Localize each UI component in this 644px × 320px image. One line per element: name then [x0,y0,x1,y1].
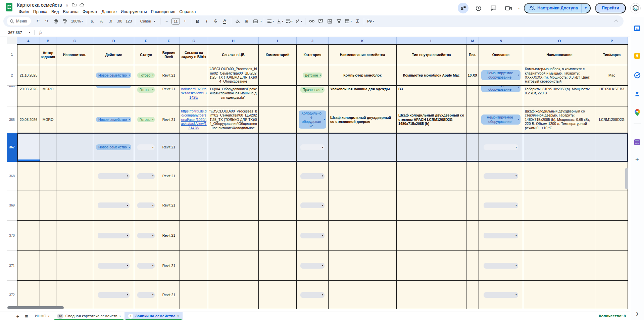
cell-C371[interactable] [56,251,93,281]
cell-I367[interactable] [259,133,297,162]
cell-B372[interactable] [40,281,56,309]
spreadsheet-grid[interactable]: ABCDEFGHIJKLMNOP1Автор заданияИсполнител… [0,37,630,312]
cell-N369[interactable]: ▾ [479,190,523,221]
column-header-D[interactable]: D [93,37,134,44]
cell-B367[interactable] [40,133,56,162]
cell-J371[interactable]: ▾ [297,251,329,281]
cell-G365[interactable]: nal/user/1020/tasks/task/view/131428/ [180,86,208,106]
collaborator-activity-icon[interactable] [458,3,468,13]
dropdown-chip[interactable]: ▾ [484,144,518,150]
paint-format-button[interactable] [61,17,69,26]
cell-C365[interactable] [56,86,93,106]
cell-H1[interactable]: Ссылка в ЦБ [208,44,259,65]
table-views-button[interactable]: ▾ [344,17,353,26]
zoom-select[interactable]: 100%▾ [70,17,84,26]
cell-N366[interactable]: Немонтируемое оборудование▾ [479,106,523,133]
cell-B366[interactable]: MGRO [40,106,56,133]
cell-H2[interactable]: \\DSCLOUD\00_Processes_bim\02_Семейства\… [208,65,259,86]
decrease-decimals-button[interactable]: .0 [106,17,115,26]
cell-P371[interactable] [596,251,628,281]
cell-A366[interactable]: 20.03.2026 [17,106,40,133]
tab-menu-icon[interactable]: ▾ [119,315,121,318]
cell-I369[interactable] [259,190,297,221]
column-header-A[interactable]: A [17,37,40,44]
cell-G368[interactable] [180,162,208,190]
cell-F2[interactable]: Revit 21 [158,65,180,86]
cell-I1[interactable]: Комментарий [259,44,297,65]
dropdown-chip[interactable]: Немонтируемое оборудование▾ [481,86,521,92]
cell-L368[interactable] [397,162,466,190]
cell-H372[interactable] [208,281,259,309]
comments-icon[interactable] [488,3,499,13]
filter-button[interactable] [335,17,343,26]
sheet-tab-info[interactable]: ИНФО▾ [31,312,53,320]
row-header-366[interactable]: 366 [7,106,17,133]
cell-O2[interactable]: Компьютер-моноблок, в комплекте с клавиа… [523,65,596,86]
cell-D2[interactable]: Новое семейство▾ [93,65,134,86]
dropdown-chip[interactable]: ▾ [137,202,155,208]
dropdown-chip[interactable]: Новое семейство▾ [96,144,131,150]
account-avatar[interactable] [630,3,641,13]
row-header-367[interactable]: 367 [7,133,17,162]
cell-H368[interactable] [208,162,259,190]
cell-link[interactable]: nal/user/1020/tasks/task/view/131428/ [181,87,207,99]
cell-L367[interactable] [397,133,466,162]
dropdown-chip[interactable]: ▾ [484,292,518,298]
cell-M371[interactable] [466,251,479,281]
cell-B368[interactable] [40,162,56,190]
move-folder-icon[interactable] [72,3,77,7]
font-size-input[interactable]: 11 [171,18,180,25]
dropdown-chip[interactable]: Новое семейство▾ [96,73,131,78]
dropdown-chip[interactable]: ▾ [98,233,129,238]
menu-расширения[interactable]: Расширения [149,9,178,15]
dropdown-chip[interactable]: ▾ [300,233,325,238]
column-header-B[interactable]: B [40,37,56,44]
dropdown-chip[interactable]: ▾ [137,233,155,238]
cell-L1[interactable]: Тип внутри семейства [397,44,466,65]
sheet-tab[interactable]: 4Заявки на семейства▾ [125,312,183,320]
cell-O372[interactable] [523,281,596,309]
cell-G371[interactable] [180,251,208,281]
cell-O365[interactable]: Габариты: 810х510х2050(h). Мощность: 0.2… [523,86,596,106]
cell-B2[interactable] [40,65,56,86]
cell-A365[interactable]: 20.03.2026 [17,86,40,106]
row-header-372[interactable]: 372 [7,281,17,309]
column-header-M[interactable]: M [466,37,479,44]
dropdown-chip[interactable]: ▾ [98,292,129,298]
column-header-C[interactable]: C [56,37,93,44]
column-header-L[interactable]: L [397,37,466,44]
functions-button[interactable]: Σ [353,17,362,26]
cell-E368[interactable]: ▾ [134,162,158,190]
cell-M366[interactable] [466,106,479,133]
vertical-scrollbar[interactable] [625,168,628,189]
sheets-logo-icon[interactable] [5,3,14,12]
cell-N368[interactable]: ▾ [479,162,523,190]
column-header-N[interactable]: N [479,37,523,44]
cell-B365[interactable]: MGRO [40,86,56,106]
horizontal-align-button[interactable]: ▾ [266,17,275,26]
cell-O1[interactable]: Наименование [523,44,596,65]
cell-M2[interactable]: 10.XX [466,65,479,86]
go-button[interactable]: Перейти [595,3,626,13]
font-select[interactable]: Calibri▾ [137,17,158,26]
cell-N372[interactable]: ▾ [479,281,523,309]
cell-F365[interactable]: Revit 21 [158,86,180,106]
cell-E367[interactable]: ▾ [134,133,158,162]
cell-K367[interactable] [329,133,397,162]
cell-D370[interactable]: ▾ [93,221,134,251]
borders-button[interactable]: ⊞ [242,17,251,26]
menu-справка[interactable]: Справка [177,9,198,15]
cell-A368[interactable] [17,162,40,190]
cell-K372[interactable] [329,281,397,309]
dropdown-chip[interactable]: ▾ [300,173,325,179]
maps-icon[interactable] [634,109,641,116]
cell-link[interactable]: https://bitrix.ds.do/company/personal/us… [181,109,207,130]
cell-K371[interactable] [329,251,397,281]
dropdown-chip[interactable]: Холодильное оборудование▾ [299,110,327,129]
cell-K370[interactable] [329,221,397,251]
cell-M367[interactable] [466,133,479,162]
cell-N371[interactable]: ▾ [479,251,523,281]
cell-F372[interactable]: Revit 21 [158,281,180,309]
sheet-tab[interactable]: 20Сводная картотека семейств▾ [53,312,124,320]
cell-J367[interactable]: ▾ [297,133,329,162]
